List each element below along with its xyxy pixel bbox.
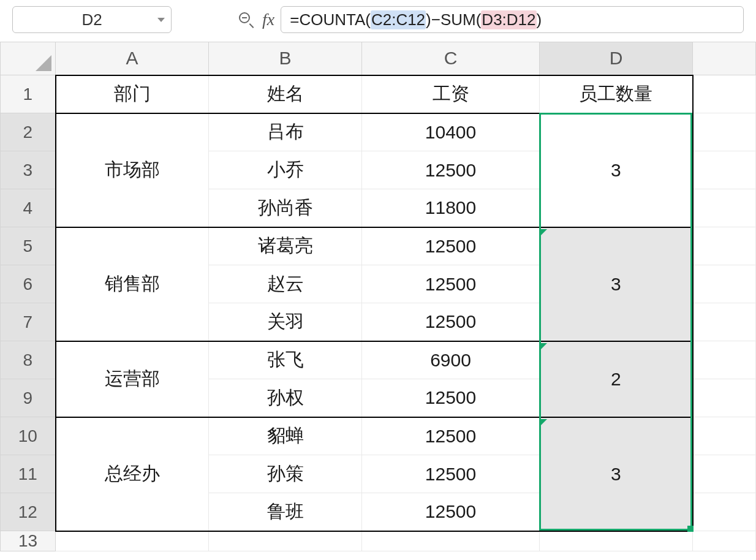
row-header[interactable]: 1 xyxy=(1,75,56,113)
name-box-value: D2 xyxy=(81,10,102,29)
cell[interactable]: 11800 xyxy=(362,189,540,227)
cell[interactable]: 10400 xyxy=(362,113,540,151)
cell[interactable] xyxy=(540,531,693,551)
cell[interactable] xyxy=(693,189,756,227)
cell[interactable]: 12500 xyxy=(362,493,540,531)
cell[interactable]: 吕布 xyxy=(209,113,362,151)
cell[interactable]: 张飞 xyxy=(209,341,362,379)
cell[interactable]: 3 xyxy=(540,417,693,531)
cell[interactable]: 12500 xyxy=(362,227,540,265)
row-header[interactable]: 10 xyxy=(1,417,56,455)
formula-text: ) xyxy=(537,10,542,29)
cell[interactable] xyxy=(693,379,756,417)
formula-text: =COUNTA( xyxy=(290,10,371,29)
cell[interactable]: 小乔 xyxy=(209,151,362,189)
spreadsheet-grid[interactable]: A B C D 1 部门 姓名 工资 员工数量 2 市场部 吕布 10400 3… xyxy=(0,42,756,551)
cell[interactable] xyxy=(693,75,756,113)
cell[interactable] xyxy=(362,531,540,551)
row-header[interactable]: 9 xyxy=(1,379,56,417)
row-header[interactable]: 11 xyxy=(1,455,56,493)
cell[interactable] xyxy=(56,531,209,551)
row-header[interactable]: 3 xyxy=(1,151,56,189)
cell[interactable] xyxy=(209,531,362,551)
row-header[interactable]: 12 xyxy=(1,493,56,531)
cell[interactable]: 貂蝉 xyxy=(209,417,362,455)
formula-bar: D2 fx =COUNTA(C2:C12)−SUM(D3:D12) xyxy=(0,0,756,42)
formula-range-red: D3:D12 xyxy=(481,10,536,29)
row-header[interactable]: 2 xyxy=(1,113,56,151)
cell[interactable]: 孙策 xyxy=(209,455,362,493)
cell[interactable]: 2 xyxy=(540,341,693,417)
table-row: 2 市场部 吕布 10400 3 xyxy=(1,113,756,151)
cell[interactable]: 诸葛亮 xyxy=(209,227,362,265)
name-box-dropdown-icon[interactable] xyxy=(157,18,165,22)
cell[interactable]: 鲁班 xyxy=(209,493,362,531)
cell[interactable]: 12500 xyxy=(362,455,540,493)
cell[interactable]: 员工数量 xyxy=(540,75,693,113)
column-header-row: A B C D xyxy=(1,42,756,75)
cell[interactable]: 3 xyxy=(540,113,693,227)
cell[interactable]: 姓名 xyxy=(209,75,362,113)
cell[interactable]: 孙尚香 xyxy=(209,189,362,227)
table-row: 13 xyxy=(1,531,756,551)
cell[interactable]: 运营部 xyxy=(56,341,209,417)
cell[interactable]: 孙权 xyxy=(209,379,362,417)
cell[interactable]: 销售部 xyxy=(56,227,209,341)
cell[interactable] xyxy=(693,113,756,151)
cell[interactable]: 12500 xyxy=(362,303,540,341)
cell[interactable]: 12500 xyxy=(362,151,540,189)
cell[interactable] xyxy=(693,417,756,455)
cell[interactable]: 3 xyxy=(540,227,693,341)
table-row: 10 总经办 貂蝉 12500 3 xyxy=(1,417,756,455)
table-row: 1 部门 姓名 工资 员工数量 xyxy=(1,75,756,113)
cell[interactable]: 12500 xyxy=(362,417,540,455)
row-header[interactable]: 6 xyxy=(1,265,56,303)
cell[interactable] xyxy=(693,303,756,341)
column-header-C[interactable]: C xyxy=(362,42,540,75)
cell[interactable] xyxy=(693,493,756,531)
column-header-empty[interactable] xyxy=(693,42,756,75)
cell[interactable] xyxy=(693,341,756,379)
zoom-out-icon[interactable] xyxy=(239,12,254,27)
cell[interactable]: 12500 xyxy=(362,379,540,417)
table-row: 8 运营部 张飞 6900 2 xyxy=(1,341,756,379)
cell[interactable] xyxy=(693,151,756,189)
row-header[interactable]: 8 xyxy=(1,341,56,379)
name-box[interactable]: D2 xyxy=(12,6,172,33)
fx-icon[interactable]: fx xyxy=(262,10,274,29)
cell[interactable] xyxy=(693,531,756,551)
column-header-A[interactable]: A xyxy=(56,42,209,75)
formula-range-blue: C2:C12 xyxy=(371,10,426,29)
formula-input[interactable]: =COUNTA(C2:C12)−SUM(D3:D12) xyxy=(281,6,744,33)
row-header[interactable]: 4 xyxy=(1,189,56,227)
select-all-corner[interactable] xyxy=(1,42,56,75)
row-header[interactable]: 5 xyxy=(1,227,56,265)
row-header[interactable]: 13 xyxy=(1,531,56,551)
select-all-icon xyxy=(36,55,51,71)
column-header-D[interactable]: D xyxy=(540,42,693,75)
formula-text: )−SUM( xyxy=(426,10,481,29)
cell[interactable] xyxy=(693,227,756,265)
cell[interactable]: 6900 xyxy=(362,341,540,379)
cell[interactable]: 12500 xyxy=(362,265,540,303)
row-header[interactable]: 7 xyxy=(1,303,56,341)
cell[interactable]: 总经办 xyxy=(56,417,209,531)
cell[interactable]: 赵云 xyxy=(209,265,362,303)
table-row: 5 销售部 诸葛亮 12500 3 xyxy=(1,227,756,265)
cell[interactable]: 部门 xyxy=(56,75,209,113)
cell[interactable] xyxy=(693,455,756,493)
cell[interactable]: 市场部 xyxy=(56,113,209,227)
formula-tools: fx xyxy=(239,10,274,29)
cell[interactable]: 关羽 xyxy=(209,303,362,341)
column-header-B[interactable]: B xyxy=(209,42,362,75)
cell[interactable] xyxy=(693,265,756,303)
cell[interactable]: 工资 xyxy=(362,75,540,113)
